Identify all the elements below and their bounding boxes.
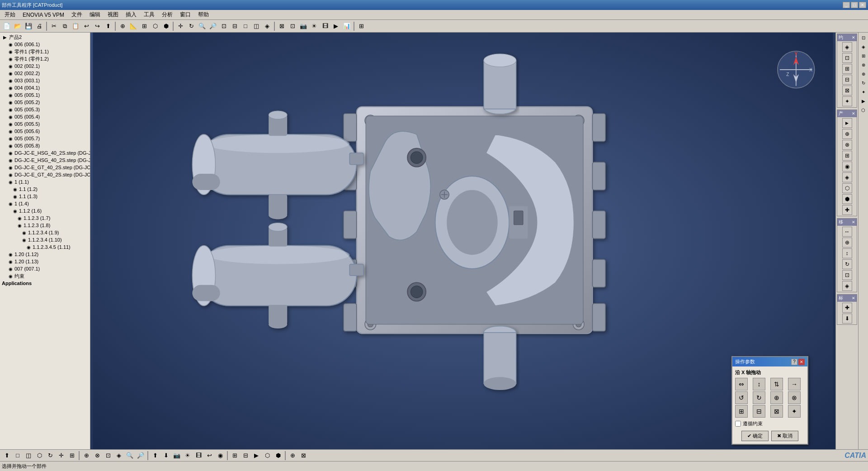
tree-item-7[interactable]: ◉ 005 (005.1) bbox=[1, 91, 89, 99]
tb-assembly[interactable]: ⬢ bbox=[161, 21, 171, 31]
pp-btn-8[interactable]: ⬢ bbox=[842, 194, 852, 204]
tb-grid[interactable]: ⊞ bbox=[139, 21, 149, 31]
op-dialog-close-button[interactable]: ✕ bbox=[798, 359, 805, 365]
tree-item-29[interactable]: ◉ 1.20 (1.12) bbox=[1, 251, 89, 258]
op-icon-7[interactable]: ⊕ bbox=[770, 391, 783, 404]
pp-btn-7[interactable]: ⬡ bbox=[842, 183, 852, 193]
tb-cut[interactable]: ✂ bbox=[49, 21, 59, 31]
tb-rotate[interactable]: ↻ bbox=[186, 21, 196, 31]
bt-1[interactable]: □ bbox=[13, 451, 23, 461]
tree-item-0[interactable]: ◉ 006 (006.1) bbox=[1, 41, 89, 48]
rp-btn-4[interactable]: ⊟ bbox=[842, 75, 852, 85]
rp-btn-5[interactable]: ⊠ bbox=[842, 86, 852, 95]
fr-btn-7[interactable]: ✦ bbox=[859, 88, 868, 96]
bt-7[interactable]: ⊕ bbox=[81, 451, 91, 461]
tree-item-25[interactable]: ◉ 1.1.2.3 (1.8) bbox=[1, 222, 89, 229]
pp-btn-2[interactable]: ⊕ bbox=[842, 129, 852, 139]
tb-zoom-in[interactable]: 🔍 bbox=[197, 21, 207, 31]
op-icon-12[interactable]: ✦ bbox=[788, 405, 801, 418]
fr-btn-1[interactable]: ⊡ bbox=[859, 33, 868, 42]
close-button[interactable]: ✕ bbox=[859, 2, 866, 8]
bt-4[interactable]: ↻ bbox=[45, 451, 55, 461]
op-icon-8[interactable]: ⊗ bbox=[788, 391, 801, 404]
maximize-button[interactable]: □ bbox=[851, 2, 858, 8]
tree-item-root[interactable]: ▶ 产品2 bbox=[1, 33, 89, 41]
bt-5[interactable]: ✛ bbox=[56, 451, 66, 461]
mp-btn-1[interactable]: ↔ bbox=[842, 227, 852, 237]
tb-fix[interactable]: ⊡ bbox=[288, 21, 297, 31]
op-icon-1[interactable]: ⇔ bbox=[735, 378, 748, 390]
tb-open[interactable]: 📂 bbox=[13, 21, 23, 31]
bt-6[interactable]: ⊞ bbox=[67, 451, 77, 461]
op-icon-5[interactable]: ↺ bbox=[735, 391, 748, 404]
bt-zoom-in[interactable]: 🔍 bbox=[125, 451, 135, 461]
tb-pan[interactable]: ⊟ bbox=[230, 21, 240, 31]
bt-9[interactable]: ⊡ bbox=[103, 451, 113, 461]
menu-view[interactable]: 视图 bbox=[104, 10, 122, 19]
tb-view-iso[interactable]: ◫ bbox=[251, 21, 261, 31]
mp-btn-3[interactable]: ↕ bbox=[842, 248, 852, 258]
fr-btn-3[interactable]: ⊞ bbox=[859, 52, 868, 60]
op-icon-4[interactable]: → bbox=[788, 378, 801, 390]
ap-btn-2[interactable]: ⬇ bbox=[842, 314, 852, 324]
bt-18[interactable]: ⊞ bbox=[230, 451, 240, 461]
mp-btn-5[interactable]: ⊡ bbox=[842, 270, 852, 280]
tb-pointer[interactable]: ⬆ bbox=[103, 21, 113, 31]
fr-btn-9[interactable]: ⬡ bbox=[859, 106, 868, 114]
tb-fit[interactable]: ⊡ bbox=[219, 21, 229, 31]
tree-item-18[interactable]: ◉ DG-JC-E_GT_40_2S.step (DG-JC-E_GT_40_2… bbox=[1, 171, 89, 178]
op-cancel-button[interactable]: ✖ 取消 bbox=[771, 431, 798, 441]
rp-btn-6[interactable]: ✦ bbox=[842, 96, 852, 106]
tb-apps[interactable]: ⊞ bbox=[356, 21, 366, 31]
bt-3[interactable]: ⬡ bbox=[34, 451, 44, 461]
tree-item-2[interactable]: ◉ 零件1 (零件1.2) bbox=[1, 55, 89, 62]
bt-17[interactable]: ◉ bbox=[215, 451, 225, 461]
op-ok-button[interactable]: ✔ 确定 bbox=[741, 431, 769, 441]
tb-move[interactable]: ✛ bbox=[175, 21, 185, 31]
tree-item-1[interactable]: ◉ 零件1 (零件1.1) bbox=[1, 48, 89, 55]
fr-btn-6[interactable]: ↻ bbox=[859, 79, 868, 87]
fr-btn-5[interactable]: ⊕ bbox=[859, 70, 868, 78]
tree-item-8[interactable]: ◉ 005 (005.2) bbox=[1, 99, 89, 106]
tree-item-21[interactable]: ◉ 1.1 (1.3) bbox=[1, 193, 89, 200]
tree-item-19[interactable]: ◉ 1 (1.1) bbox=[1, 178, 89, 186]
bt-12[interactable]: ⬇ bbox=[161, 451, 171, 461]
bt-21[interactable]: ⬡ bbox=[262, 451, 272, 461]
tree-item-6[interactable]: ◉ 004 (004.1) bbox=[1, 84, 89, 91]
tree-item-14[interactable]: ◉ 005 (005.8) bbox=[1, 142, 89, 149]
rp-btn-1[interactable]: ◈ bbox=[842, 42, 852, 52]
tb-graph[interactable]: 📊 bbox=[342, 21, 352, 31]
ap-btn-1[interactable]: ✚ bbox=[842, 303, 852, 313]
minimize-button[interactable]: _ bbox=[843, 2, 850, 8]
pp-btn-4[interactable]: ⊞ bbox=[842, 151, 852, 161]
mp-btn-6[interactable]: ◈ bbox=[842, 281, 852, 291]
tb-copy[interactable]: ⧉ bbox=[60, 21, 70, 31]
tb-lighting[interactable]: ☀ bbox=[309, 21, 319, 31]
menu-help[interactable]: 帮助 bbox=[194, 10, 212, 19]
op-icon-11[interactable]: ⊠ bbox=[770, 405, 783, 418]
op-icon-2[interactable]: ↕ bbox=[753, 378, 765, 390]
menu-enovia[interactable]: ENOVIA V5 VPM bbox=[19, 11, 68, 19]
tree-item-31[interactable]: ◉ 007 (007.1) bbox=[1, 265, 89, 272]
tb-new[interactable]: 📄 bbox=[2, 21, 12, 31]
menu-tools[interactable]: 工具 bbox=[140, 10, 158, 19]
bt-11[interactable]: ⬆ bbox=[150, 451, 160, 461]
bt-10[interactable]: ◈ bbox=[114, 451, 124, 461]
tree-item-15[interactable]: ◉ DG-JC-E_HSG_40_2S.step (DG-JC-E_HSG_40… bbox=[1, 149, 89, 157]
tree-item-22[interactable]: ◉ 1 (1.4) bbox=[1, 200, 89, 207]
tree-item-3[interactable]: ◉ 002 (002.1) bbox=[1, 62, 89, 70]
tb-constraint[interactable]: ⊠ bbox=[277, 21, 287, 31]
fr-btn-8[interactable]: ▶ bbox=[859, 97, 868, 105]
tree-item-26[interactable]: ◉ 1.1.2.3.4 (1.9) bbox=[1, 229, 89, 236]
tb-photo[interactable]: 🎞 bbox=[320, 21, 330, 31]
op-constraint-checkbox[interactable] bbox=[735, 421, 741, 427]
tb-camera[interactable]: 📷 bbox=[298, 21, 308, 31]
tb-undo[interactable]: ↩ bbox=[81, 21, 91, 31]
rp-btn-3[interactable]: ⊞ bbox=[842, 64, 852, 74]
pp-btn-6[interactable]: ◈ bbox=[842, 172, 852, 182]
tree-item-23[interactable]: ◉ 1.1.2 (1.6) bbox=[1, 207, 89, 214]
tree-item-11[interactable]: ◉ 005 (005.5) bbox=[1, 120, 89, 128]
menu-file[interactable]: 文件 bbox=[68, 10, 86, 19]
tree-item-27[interactable]: ◉ 1.1.2.3.4 (1.10) bbox=[1, 236, 89, 243]
bt-22[interactable]: ⬢ bbox=[273, 451, 283, 461]
